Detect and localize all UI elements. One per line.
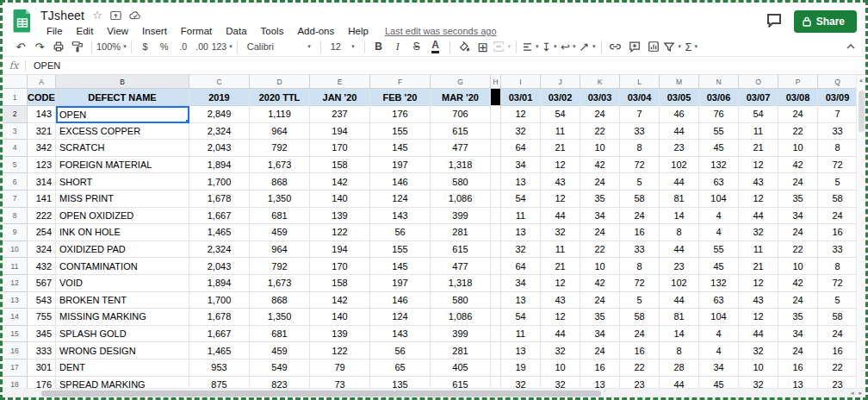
scroll-up-icon[interactable]: ▲ (859, 78, 865, 83)
row-header-1[interactable]: 1 (3, 89, 28, 106)
cell-M14[interactable]: 81 (660, 309, 699, 326)
cell-H16[interactable] (491, 342, 501, 359)
cell-C4[interactable]: 2,043 (189, 140, 250, 157)
cell-G15[interactable]: 399 (431, 326, 491, 343)
cell-H3[interactable] (491, 123, 501, 141)
cell-B7[interactable]: MISS PRINT (56, 191, 189, 208)
horizontal-align-icon[interactable]: ▾ (521, 38, 540, 55)
cell-G9[interactable]: 281 (431, 224, 491, 241)
cell-Q12[interactable]: 72 (818, 275, 858, 292)
cell-I3[interactable]: 32 (501, 123, 541, 141)
cell-H6[interactable] (491, 173, 501, 191)
cell-A4[interactable]: 342 (28, 140, 56, 157)
cell-N13[interactable]: 63 (699, 292, 739, 309)
cell-L3[interactable]: 33 (620, 123, 660, 141)
cell-O15[interactable]: 44 (739, 326, 778, 343)
cell-I9[interactable]: 13 (501, 224, 541, 241)
cell-N16[interactable]: 4 (699, 342, 739, 359)
cell-C2[interactable]: 2,849 (189, 106, 250, 123)
cell-Q3[interactable]: 33 (818, 123, 858, 141)
document-title[interactable]: TJsheet (40, 9, 84, 22)
cell-H10[interactable] (491, 241, 501, 259)
cell-A16[interactable]: 333 (28, 342, 56, 359)
cell-B6[interactable]: SHORT (56, 173, 189, 191)
menu-file[interactable]: File (40, 24, 69, 38)
cell-O3[interactable]: 11 (739, 123, 778, 141)
row-header-16[interactable]: 16 (3, 342, 28, 359)
cell-P6[interactable]: 24 (778, 173, 818, 191)
scroll-right-icon[interactable]: ▸ (859, 390, 862, 397)
cell-N11[interactable]: 45 (699, 258, 739, 275)
cell-B13[interactable]: BROKEN TENT (56, 292, 189, 309)
cell-P9[interactable]: 24 (778, 224, 818, 241)
cell-I14[interactable]: 54 (501, 309, 541, 326)
bold-button[interactable]: B (369, 38, 388, 55)
cell-Q17[interactable]: 22 (818, 359, 858, 377)
cell-L14[interactable]: 58 (620, 309, 660, 326)
cell-B12[interactable]: VOID (56, 275, 189, 292)
comments-icon[interactable] (766, 13, 782, 31)
cell-E12[interactable]: 158 (310, 275, 370, 292)
cell-K4[interactable]: 10 (580, 140, 620, 157)
cell-Q14[interactable]: 58 (818, 309, 858, 326)
cell-Q15[interactable]: 24 (818, 326, 858, 343)
cell-I13[interactable]: 13 (501, 292, 541, 309)
menu-data[interactable]: Data (220, 24, 252, 38)
cell-P5[interactable]: 42 (778, 157, 818, 174)
cell-F5[interactable]: 197 (370, 157, 431, 174)
cell-M16[interactable]: 8 (660, 342, 699, 359)
last-edit-link[interactable]: Last edit was seconds ago (385, 26, 497, 36)
vertical-scroll-thumb[interactable] (859, 91, 865, 132)
cell-D8[interactable]: 681 (250, 208, 310, 225)
column-header-H[interactable]: H (491, 75, 501, 89)
cell-E13[interactable]: 142 (310, 292, 370, 309)
cell-D4[interactable]: 792 (250, 140, 310, 157)
more-formats-button[interactable]: 123 ▾ (212, 38, 232, 55)
cell-Q13[interactable]: 5 (818, 292, 858, 309)
insert-comment-icon[interactable] (625, 38, 644, 55)
decrease-decimal-button[interactable]: .0 (174, 38, 193, 55)
cell-Q5[interactable]: 72 (818, 157, 858, 174)
font-size-select[interactable]: 12 ▾ (326, 38, 360, 55)
cell-B15[interactable]: SPLASH GOLD (56, 326, 189, 343)
cell-N9[interactable]: 4 (699, 224, 739, 241)
cell-E7[interactable]: 140 (310, 191, 370, 208)
formula-input[interactable]: OPEN (34, 60, 60, 71)
cell-K14[interactable]: 35 (580, 309, 620, 326)
cell-P13[interactable]: 24 (778, 292, 818, 309)
cell-A11[interactable]: 432 (28, 258, 56, 275)
functions-icon[interactable]: Σ ▾ (682, 38, 701, 55)
cell-H17[interactable] (491, 359, 501, 377)
column-header-J[interactable]: J (541, 75, 580, 89)
cell-L10[interactable]: 33 (620, 241, 660, 259)
vertical-scrollbar[interactable]: ▲ ▼ (856, 75, 865, 400)
increase-decimal-button[interactable]: .00 (193, 38, 212, 55)
menu-addons[interactable]: Add-ons (291, 24, 340, 38)
cell-F7[interactable]: 124 (370, 191, 431, 208)
column-header-G[interactable]: G (431, 75, 491, 89)
cell-G10[interactable]: 615 (431, 241, 491, 259)
cell-K1[interactable]: 03/03 (580, 89, 620, 106)
cell-I11[interactable]: 64 (501, 258, 541, 275)
cell-K9[interactable]: 24 (580, 224, 620, 241)
cell-L4[interactable]: 8 (620, 140, 660, 157)
cell-P4[interactable]: 10 (778, 140, 818, 157)
column-header-M[interactable]: M (660, 75, 699, 89)
cell-L15[interactable]: 24 (620, 326, 660, 343)
cell-H2[interactable] (491, 106, 501, 123)
column-header-O[interactable]: O (739, 75, 778, 89)
cell-M13[interactable]: 44 (660, 292, 699, 309)
font-select[interactable]: Calibri ▾ (242, 38, 316, 55)
column-header-A[interactable]: A (28, 75, 56, 89)
column-header-I[interactable]: I (501, 75, 541, 89)
text-wrap-icon[interactable]: ↩ ▾ (559, 38, 578, 55)
column-header-P[interactable]: P (778, 75, 818, 89)
cell-N6[interactable]: 63 (699, 173, 739, 191)
cell-J3[interactable]: 11 (541, 123, 580, 141)
cell-I17[interactable]: 19 (501, 359, 541, 377)
cell-O14[interactable]: 12 (739, 309, 778, 326)
redo-icon[interactable]: ↷ (30, 38, 49, 55)
cell-K17[interactable]: 16 (580, 359, 620, 377)
row-header-17[interactable]: 17 (3, 359, 28, 377)
cell-J10[interactable]: 11 (541, 241, 580, 259)
